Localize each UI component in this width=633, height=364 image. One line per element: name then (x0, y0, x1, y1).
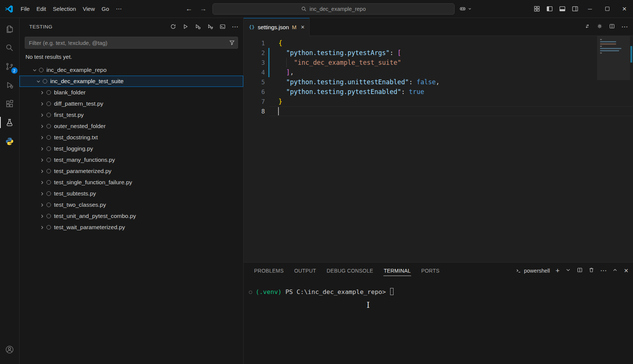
customize-layout-button[interactable] (530, 0, 543, 18)
tree-item-test_many_functions.py[interactable]: test_many_functions.py (19, 154, 243, 166)
panel-tab-ports[interactable]: PORTS (421, 266, 440, 276)
tab-settings-json[interactable]: {} settings.json M ✕ (244, 18, 310, 36)
close-panel-icon[interactable]: ✕ (624, 267, 629, 274)
kill-terminal-icon[interactable] (588, 267, 594, 274)
code-text[interactable]: { (269, 39, 282, 47)
menu-view[interactable]: View (79, 4, 98, 14)
code-line-2[interactable]: 2 "python.testing.pytestArgs": [ (244, 48, 633, 58)
activity-search[interactable] (0, 38, 19, 57)
split-editor-icon[interactable] (609, 23, 615, 31)
tree-item-test_two_classes.py[interactable]: test_two_classes.py (19, 199, 243, 210)
code-line-5[interactable]: 5 "python.testing.unittestEnabled": fals… (244, 77, 633, 87)
panel-tab-problems[interactable]: PROBLEMS (254, 266, 284, 276)
history-back-button[interactable]: ← (184, 5, 194, 13)
code-line-7[interactable]: 7} (244, 97, 633, 106)
maximize-panel-icon[interactable] (612, 267, 618, 274)
run-tests-with-coverage-icon[interactable] (206, 22, 215, 31)
activity-run-and-debug[interactable] (0, 76, 19, 94)
tree-item-blank_folder[interactable]: blank_folder (19, 87, 243, 98)
code-line-3[interactable]: 3 "inc_dec_example_test_suite" (244, 58, 633, 67)
chevron-right-icon[interactable] (39, 179, 45, 185)
line-number[interactable]: 5 (244, 79, 265, 86)
split-terminal-icon[interactable] (577, 267, 583, 274)
activity-python[interactable] (0, 132, 19, 151)
tree-item-test_unit_and_pytest_combo.py[interactable]: test_unit_and_pytest_combo.py (19, 210, 243, 222)
panel-tab-output[interactable]: OUTPUT (294, 266, 317, 276)
history-forward-button[interactable]: → (198, 5, 208, 13)
line-number[interactable]: 8 (244, 108, 265, 115)
toggle-primary-sidebar-button[interactable] (543, 0, 556, 18)
chevron-right-icon[interactable] (39, 90, 45, 95)
activity-testing[interactable] (0, 113, 19, 132)
menu-file[interactable]: File (17, 4, 33, 14)
line-number[interactable]: 2 (244, 49, 265, 57)
chevron-right-icon[interactable] (39, 112, 45, 118)
line-number[interactable]: 6 (244, 88, 265, 95)
line-number[interactable]: 1 (244, 40, 265, 47)
open-changes-icon[interactable] (584, 23, 590, 31)
chevron-right-icon[interactable] (39, 146, 45, 152)
debug-all-tests-icon[interactable] (193, 22, 202, 31)
panel-more-actions-icon[interactable]: ⋯ (600, 267, 606, 274)
code-text[interactable]: ], (269, 69, 294, 76)
chevron-right-icon[interactable] (39, 134, 45, 140)
code-text[interactable]: } (269, 98, 282, 105)
new-terminal-button[interactable]: + (555, 267, 560, 274)
activity-explorer[interactable] (0, 19, 19, 38)
chevron-right-icon[interactable] (39, 157, 45, 163)
terminal-dropdown-icon[interactable] (565, 267, 571, 274)
run-all-tests-icon[interactable] (181, 22, 190, 31)
panel-tab-terminal[interactable]: TERMINAL (383, 266, 411, 276)
refresh-tests-icon[interactable] (169, 22, 178, 31)
filter-icon[interactable] (229, 40, 235, 46)
chevron-right-icon[interactable] (39, 202, 45, 208)
menu-edit[interactable]: Edit (33, 4, 49, 14)
menu-selection[interactable]: Selection (49, 4, 79, 14)
open-settings-ui-icon[interactable] (597, 23, 603, 31)
tree-item-test_logging.py[interactable]: test_logging.py (19, 143, 243, 154)
tree-item-test_parameterized.py[interactable]: test_parameterized.py (19, 166, 243, 177)
chevron-right-icon[interactable] (39, 123, 45, 129)
code-text[interactable]: "python.testing.unittestEnabled": false, (269, 78, 440, 86)
menu-overflow-button[interactable]: ⋯ (112, 3, 126, 14)
tree-item-outer_nested_folder[interactable]: outer_nested_folder (19, 121, 243, 132)
chevron-right-icon[interactable] (39, 168, 45, 174)
chevron-down-icon[interactable] (31, 67, 38, 73)
menu-go[interactable]: Go (98, 4, 112, 14)
terminal[interactable]: (.venv) PS C:\inc_dec_example_repo> (244, 279, 633, 364)
code-line-4[interactable]: 4 ], (244, 67, 633, 77)
chevron-right-icon[interactable] (39, 213, 45, 219)
tree-item-first_test.py[interactable]: first_test.py (19, 109, 243, 121)
chevron-right-icon[interactable] (39, 191, 45, 197)
chevron-right-icon[interactable] (39, 101, 45, 107)
activity-source-control[interactable]: 2 (0, 57, 19, 76)
code-line-1[interactable]: 1{ (244, 38, 633, 48)
line-number[interactable]: 3 (244, 59, 265, 66)
tree-item-test_docstring.txt[interactable]: test_docstring.txt (19, 132, 243, 143)
code-text[interactable]: "python.testing.pytestEnabled": true (269, 88, 424, 95)
command-decoration-icon[interactable] (249, 291, 252, 294)
editor-more-actions-icon[interactable]: ⋯ (621, 24, 628, 30)
window-close-button[interactable]: ✕ (616, 0, 633, 18)
toggle-secondary-sidebar-button[interactable] (569, 0, 581, 18)
tree-item-test_subtests.py[interactable]: test_subtests.py (19, 188, 243, 199)
copilot-button[interactable] (459, 5, 472, 12)
tree-item-test_wait_parameterized.py[interactable]: test_wait_parameterized.py (19, 222, 243, 233)
code-line-6[interactable]: 6 "python.testing.pytestEnabled": true (244, 87, 633, 97)
activity-extensions[interactable] (0, 94, 19, 113)
code-text[interactable]: "inc_dec_example_test_suite" (269, 59, 401, 66)
chevron-down-icon[interactable] (35, 78, 42, 84)
tree-item-inc_dec_example_repo[interactable]: inc_dec_example_repo (19, 64, 243, 76)
command-center-search[interactable]: inc_dec_example_repo (212, 3, 455, 15)
tab-close-icon[interactable]: ✕ (301, 24, 305, 30)
window-minimize-button[interactable]: ─ (581, 0, 599, 18)
minimap[interactable] (600, 39, 627, 57)
tree-item-inc_dec_example_test_suite[interactable]: inc_dec_example_test_suite (19, 76, 243, 87)
toggle-panel-button[interactable] (556, 0, 569, 18)
activity-account[interactable] (0, 340, 19, 359)
test-filter-input[interactable] (25, 37, 238, 49)
line-number[interactable]: 4 (244, 69, 265, 76)
code-editor[interactable]: 1{2 "python.testing.pytestArgs": [3 "inc… (244, 36, 633, 262)
code-line-8[interactable]: 8 (244, 106, 633, 116)
line-number[interactable]: 7 (244, 98, 265, 105)
